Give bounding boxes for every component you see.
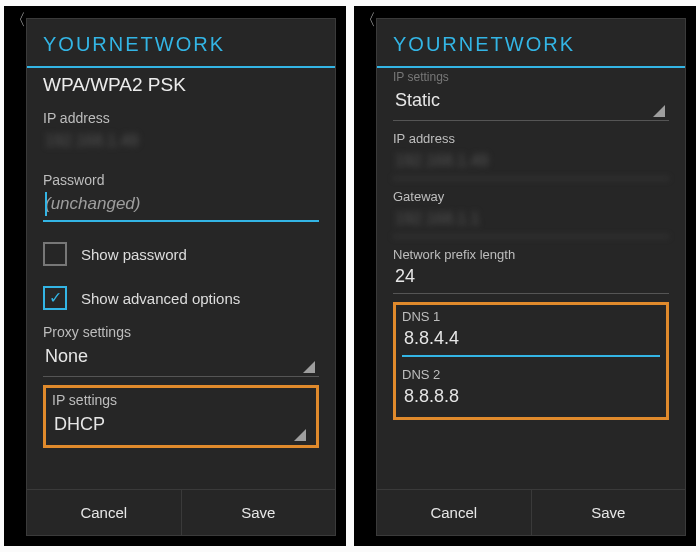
phone-right: 〈 YOURNETWORK IP settings Static IP addr… [354,6,696,546]
wifi-dialog-left: YOURNETWORK WPA/WPA2 PSK IP address 192.… [26,18,336,536]
ip-address-input[interactable]: 192.168.1.49 [393,146,669,179]
divider [43,376,319,377]
dialog-body: IP settings Static IP address 192.168.1.… [377,68,685,489]
button-bar: Cancel Save [27,489,335,535]
password-label: Password [43,172,319,188]
show-advanced-row[interactable]: Show advanced options [43,286,319,310]
security-value: WPA/WPA2 PSK [43,74,319,96]
wifi-dialog-right: YOURNETWORK IP settings Static IP addres… [376,18,686,536]
save-button[interactable]: Save [531,490,686,535]
divider [393,120,669,121]
ip-settings-value: DHCP [52,410,310,445]
prefix-length-input[interactable]: 24 [393,262,669,294]
ip-settings-label-cut: IP settings [393,70,669,84]
save-button[interactable]: Save [181,490,336,535]
spinner-triangle-icon [294,429,306,441]
ip-address-label: IP address [43,110,319,126]
proxy-settings-label: Proxy settings [43,324,319,340]
dns1-label: DNS 1 [402,309,660,324]
dns2-label: DNS 2 [402,367,660,382]
cancel-button[interactable]: Cancel [27,490,181,535]
spinner-triangle-icon [303,361,315,373]
ip-address-value: 192.168.1.49 [43,126,319,158]
proxy-settings-spinner[interactable]: None [43,342,319,377]
show-password-row[interactable]: Show password [43,242,319,266]
proxy-settings-value: None [43,342,319,377]
ip-address-label: IP address [393,131,669,146]
password-placeholder: (unchanged) [45,194,140,213]
ip-settings-label: IP settings [52,392,310,408]
ip-settings-spinner[interactable]: Static [393,86,669,121]
gateway-label: Gateway [393,189,669,204]
checkbox-checked-icon [43,286,67,310]
dns-highlight: DNS 1 8.8.4.4 DNS 2 8.8.8.8 [393,302,669,420]
dns2-input[interactable]: 8.8.8.8 [402,382,660,413]
back-chevron-icon: 〈 [10,10,26,31]
cancel-button[interactable]: Cancel [377,490,531,535]
ip-settings-spinner[interactable]: DHCP [52,410,310,445]
dialog-title: YOURNETWORK [27,19,335,68]
show-password-label: Show password [81,246,187,263]
spinner-triangle-icon [653,105,665,117]
button-bar: Cancel Save [377,489,685,535]
prefix-length-label: Network prefix length [393,247,669,262]
gateway-input[interactable]: 192.168.1.1 [393,204,669,237]
password-input[interactable]: (unchanged) [43,188,319,222]
comparison-stage: 〈 YOURNETWORK WPA/WPA2 PSK IP address 19… [0,0,700,552]
ip-settings-highlight: IP settings DHCP [43,385,319,448]
checkbox-icon [43,242,67,266]
phone-left: 〈 YOURNETWORK WPA/WPA2 PSK IP address 19… [4,6,346,546]
dialog-title: YOURNETWORK [377,19,685,68]
ip-settings-value: Static [393,86,669,121]
show-advanced-label: Show advanced options [81,290,240,307]
text-cursor-icon [45,192,47,216]
back-chevron-icon: 〈 [360,10,376,31]
dialog-body: WPA/WPA2 PSK IP address 192.168.1.49 Pas… [27,68,335,489]
dns1-input[interactable]: 8.8.4.4 [402,324,660,357]
